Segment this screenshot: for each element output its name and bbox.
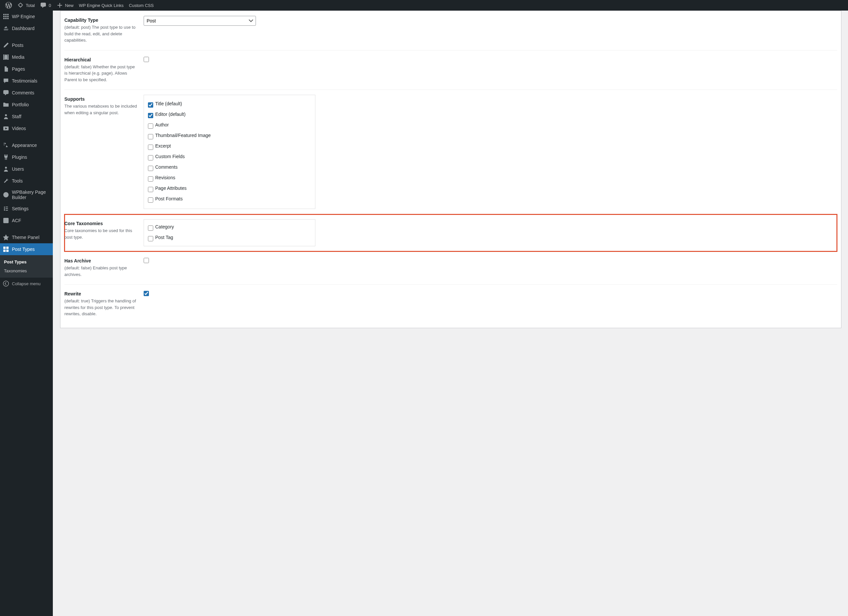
svg-rect-14 [3, 247, 6, 249]
svg-point-9 [5, 114, 7, 116]
wp-logo[interactable] [3, 0, 15, 10]
menu-plugins[interactable]: Plugins [0, 151, 53, 163]
svg-rect-8 [7, 18, 9, 19]
rewrite-label: Rewrite [64, 291, 137, 296]
svg-point-18 [3, 281, 9, 286]
svg-rect-4 [5, 16, 7, 17]
svg-point-11 [5, 167, 7, 169]
capability-type-label: Capability Type [64, 18, 137, 23]
rewrite-desc: (default: true) Triggers the handling of… [64, 298, 137, 317]
archive-label: Has Archive [64, 258, 137, 264]
settings-panel: Capability Type (default: post) The post… [60, 10, 841, 328]
coretax-label: Core Taxonomies [64, 221, 137, 226]
hierarchical-label: Hierarchical [64, 57, 137, 62]
content-area: Capability Type (default: post) The post… [53, 0, 848, 341]
menu-tools[interactable]: Tools [0, 175, 53, 187]
svg-rect-5 [7, 16, 9, 17]
rewrite-checkbox[interactable] [144, 291, 149, 296]
svg-rect-6 [3, 18, 4, 19]
row-capability-type: Capability Type (default: post) The post… [64, 11, 837, 50]
wpengine-quicklinks[interactable]: WP Engine Quick Links [76, 0, 126, 10]
menu-videos[interactable]: Videos [0, 123, 53, 134]
hierarchical-desc: (default: false) Whether the post type i… [64, 64, 137, 83]
supports-label: Supports [64, 96, 137, 102]
menu-comments[interactable]: Comments [0, 87, 53, 99]
coretax-checklist: Category Post Tag [144, 219, 315, 246]
supports-title-checkbox[interactable] [148, 102, 153, 108]
menu-wpengine[interactable]: WP Engine [0, 10, 53, 22]
row-has-archive: Has Archive (default: false) Enables pos… [64, 252, 837, 284]
menu-users[interactable]: Users [0, 163, 53, 175]
custom-css-link[interactable]: Custom CSS [126, 0, 156, 10]
new-label: New [65, 3, 74, 8]
menu-portfolio[interactable]: Portfolio [0, 99, 53, 111]
admin-bar: Total 0 New WP Engine Quick Links Custom… [0, 0, 848, 10]
capability-type-desc: (default: post) The post type to use to … [64, 24, 137, 44]
supports-desc: The various metaboxes to be included whe… [64, 103, 137, 116]
row-rewrite: Rewrite (default: true) Triggers the han… [64, 284, 837, 324]
svg-point-12 [3, 192, 9, 197]
collapse-menu[interactable]: Collapse menu [0, 278, 53, 290]
supports-comments-checkbox[interactable] [148, 166, 153, 171]
menu-acf[interactable]: ACF [0, 215, 53, 227]
svg-rect-2 [7, 14, 9, 15]
row-hierarchical: Hierarchical (default: false) Whether th… [64, 50, 837, 90]
hierarchical-checkbox[interactable] [144, 57, 149, 62]
menu-appearance[interactable]: Appearance [0, 139, 53, 151]
coretax-posttag-checkbox[interactable] [148, 236, 153, 241]
menu-testimonials[interactable]: Testimonials [0, 75, 53, 87]
supports-revisions-checkbox[interactable] [148, 176, 153, 182]
svg-rect-3 [3, 16, 4, 17]
admin-sidebar: WP Engine Dashboard Posts Media Pages Te… [0, 10, 53, 341]
supports-postformats-checkbox[interactable] [148, 197, 153, 203]
submenu-posttypes: Post Types Taxonomies [0, 255, 53, 278]
menu-wpbakery[interactable]: WPBakery Page Builder [0, 187, 53, 203]
svg-rect-13 [3, 218, 9, 223]
submenu-item-taxonomies[interactable]: Taxonomies [0, 267, 53, 275]
menu-posts[interactable]: Posts [0, 39, 53, 51]
capability-type-select[interactable]: Post [144, 16, 256, 26]
menu-dashboard[interactable]: Dashboard [0, 22, 53, 34]
menu-posttypes[interactable]: Post Types [0, 243, 53, 255]
svg-rect-17 [6, 250, 9, 252]
supports-customfields-checkbox[interactable] [148, 155, 153, 160]
archive-desc: (default: false) Enables post type archi… [64, 265, 137, 278]
menu-media[interactable]: Media [0, 51, 53, 63]
coretax-category-checkbox[interactable] [148, 225, 153, 231]
svg-rect-0 [3, 14, 4, 15]
coretax-desc: Core taxonomies to be used for this post… [64, 228, 137, 240]
site-link[interactable]: Total [15, 0, 37, 10]
row-supports: Supports The various metaboxes to be inc… [64, 90, 837, 214]
site-name: Total [26, 3, 35, 8]
menu-themepanel[interactable]: Theme Panel [0, 231, 53, 243]
svg-rect-15 [6, 247, 9, 249]
archive-checkbox[interactable] [144, 258, 149, 263]
new-content-link[interactable]: New [54, 0, 76, 10]
row-core-taxonomies: Core Taxonomies Core taxonomies to be us… [64, 214, 837, 252]
supports-pageattr-checkbox[interactable] [148, 187, 153, 192]
supports-thumbnail-checkbox[interactable] [148, 134, 153, 139]
supports-checklist: Title (default) Editor (default) Author … [144, 95, 315, 209]
comments-count: 0 [49, 3, 51, 8]
menu-staff[interactable]: Staff [0, 111, 53, 123]
menu-settings[interactable]: Settings [0, 203, 53, 215]
menu-pages[interactable]: Pages [0, 63, 53, 75]
supports-author-checkbox[interactable] [148, 123, 153, 129]
svg-rect-16 [3, 250, 6, 252]
svg-rect-1 [5, 14, 7, 15]
comments-link[interactable]: 0 [37, 0, 53, 10]
supports-excerpt-checkbox[interactable] [148, 145, 153, 150]
svg-rect-7 [5, 18, 7, 19]
submenu-item-posttypes[interactable]: Post Types [0, 258, 53, 267]
supports-editor-checkbox[interactable] [148, 113, 153, 118]
